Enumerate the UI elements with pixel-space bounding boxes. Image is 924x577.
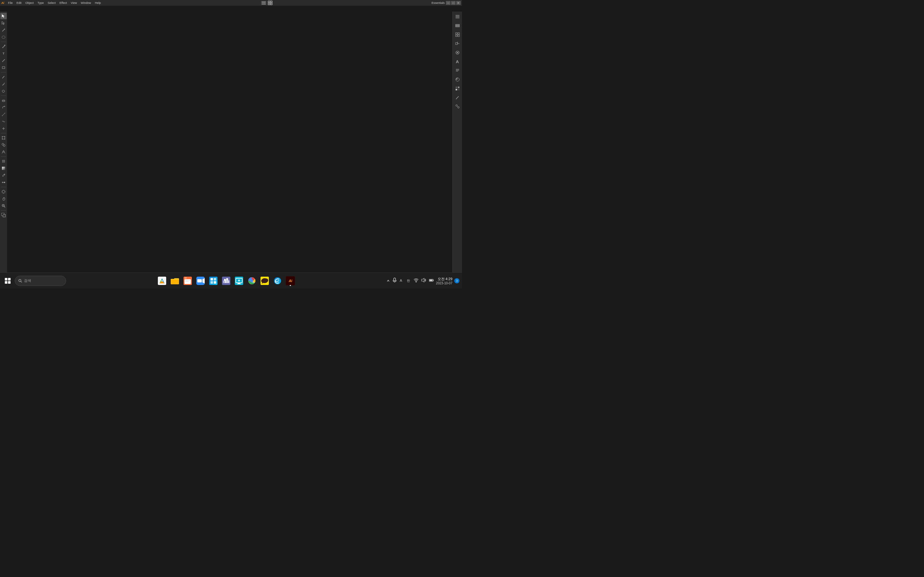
menu-effect[interactable]: Effect <box>58 1 68 5</box>
svg-rect-60 <box>456 35 457 37</box>
mesh-tool[interactable] <box>0 158 7 164</box>
toolbar-separator-5 <box>1 156 6 157</box>
blend-tool[interactable] <box>0 179 7 185</box>
color-panel-icon[interactable] <box>454 76 461 83</box>
arrange-windows[interactable] <box>268 1 273 5</box>
pencil-tool[interactable] <box>0 81 7 87</box>
svg-rect-56 <box>456 25 459 26</box>
svg-point-108 <box>238 279 240 282</box>
artboard-tool[interactable] <box>0 189 7 195</box>
svg-point-9 <box>2 36 5 39</box>
svg-rect-59 <box>458 33 459 34</box>
direct-selection-tool[interactable] <box>0 20 7 26</box>
toolbar-separator-2 <box>1 72 6 73</box>
svg-rect-2 <box>262 4 266 5</box>
svg-rect-51 <box>3 214 5 217</box>
svg-rect-113 <box>394 278 396 281</box>
properties-panel-icon[interactable] <box>454 13 461 21</box>
menu-edit[interactable]: Edit <box>15 1 23 5</box>
rectangle-tool[interactable] <box>0 64 7 71</box>
taskbar-screen-capture[interactable] <box>233 275 245 287</box>
taskbar-search[interactable]: 검색 <box>15 276 66 286</box>
warp-tool[interactable] <box>0 118 7 125</box>
svg-rect-107 <box>237 284 241 284</box>
scale-tool[interactable] <box>0 111 7 118</box>
window-controls: ─ □ ✕ <box>446 1 461 5</box>
taskbar-edge[interactable] <box>272 275 283 287</box>
transform-panel-icon[interactable] <box>454 40 461 47</box>
rotate-tool[interactable] <box>0 104 7 111</box>
lasso-tool[interactable] <box>0 34 7 40</box>
taskbar-center: 10 <box>66 275 387 287</box>
taskbar-illustrator[interactable]: Ai <box>284 275 296 287</box>
fill-color[interactable] <box>0 212 7 218</box>
libraries-panel-icon[interactable] <box>454 31 461 39</box>
svg-rect-4 <box>270 1 272 3</box>
line-segment-tool[interactable] <box>0 57 7 64</box>
taskbar-teams[interactable] <box>220 275 232 287</box>
show-hidden-icons[interactable] <box>387 278 390 284</box>
taskbar-file-explorer[interactable] <box>169 275 181 287</box>
menu-help[interactable]: Help <box>94 1 102 5</box>
type-tool[interactable]: T <box>0 50 7 57</box>
taskbar-kakao[interactable] <box>259 275 270 287</box>
workspace-label[interactable]: Essentials <box>431 1 445 5</box>
svg-rect-36 <box>2 167 5 170</box>
taskbar-clipboard[interactable]: 10 <box>182 275 194 287</box>
taskbar-maps[interactable] <box>156 275 168 287</box>
datetime-display[interactable]: 오전 4:29 2023-10-07 <box>436 277 452 285</box>
canvas-area[interactable] <box>7 11 452 272</box>
language-icon[interactable]: A <box>399 278 404 284</box>
restore-button[interactable]: □ <box>451 1 456 5</box>
appearance-panel-icon[interactable] <box>454 49 461 56</box>
zoom-tool[interactable] <box>0 203 7 209</box>
svg-point-84 <box>162 280 163 282</box>
layers-panel-icon[interactable] <box>454 22 461 29</box>
start-button[interactable] <box>3 276 13 286</box>
close-button[interactable]: ✕ <box>456 1 461 5</box>
perspective-grid-tool[interactable] <box>0 149 7 155</box>
svg-rect-98 <box>214 278 216 280</box>
menu-object[interactable]: Object <box>24 1 35 5</box>
menu-window[interactable]: Window <box>79 1 92 5</box>
taskbar-ms-store[interactable] <box>208 275 219 287</box>
korean-input-icon[interactable]: 한 <box>407 278 411 284</box>
notification-badge[interactable]: 3 <box>454 278 459 284</box>
taskbar-chrome[interactable] <box>246 275 258 287</box>
magic-wand-tool[interactable] <box>0 27 7 33</box>
svg-line-47 <box>4 206 5 208</box>
microphone-icon[interactable] <box>393 277 397 284</box>
svg-point-76 <box>457 107 459 108</box>
wifi-icon[interactable] <box>414 278 419 284</box>
symbols-panel-icon[interactable] <box>454 103 461 110</box>
blob-brush-tool[interactable] <box>0 88 7 94</box>
svg-rect-52 <box>456 15 459 16</box>
free-transform-tool[interactable] <box>0 135 7 141</box>
svg-point-66 <box>457 52 458 53</box>
toolbar-toggle[interactable] <box>261 1 266 5</box>
selection-tool[interactable] <box>0 13 7 19</box>
svg-line-79 <box>21 281 22 282</box>
hand-tool[interactable] <box>0 195 7 202</box>
battery-icon[interactable] <box>429 278 434 284</box>
paragraph-panel-icon[interactable] <box>454 67 461 74</box>
menu-type[interactable]: Type <box>36 1 45 5</box>
menu-file[interactable]: File <box>7 1 14 5</box>
menu-view[interactable]: View <box>69 1 78 5</box>
eraser-tool[interactable] <box>0 97 7 103</box>
taskbar-left: 검색 <box>3 276 66 286</box>
width-tool[interactable] <box>0 125 7 132</box>
pen-tool[interactable] <box>0 43 7 50</box>
shape-builder-tool[interactable] <box>0 142 7 148</box>
minimize-button[interactable]: ─ <box>446 1 451 5</box>
swatches-panel-icon[interactable] <box>454 85 461 92</box>
svg-rect-0 <box>262 2 266 2</box>
brushes-panel-icon[interactable] <box>454 93 461 101</box>
menu-select[interactable]: Select <box>47 1 57 5</box>
gradient-tool[interactable] <box>0 165 7 171</box>
paintbrush-tool[interactable] <box>0 74 7 80</box>
eyedropper-tool[interactable] <box>0 172 7 179</box>
volume-icon[interactable] <box>421 278 426 284</box>
character-panel-icon[interactable]: A <box>454 58 461 65</box>
taskbar-zoom[interactable] <box>195 275 206 287</box>
